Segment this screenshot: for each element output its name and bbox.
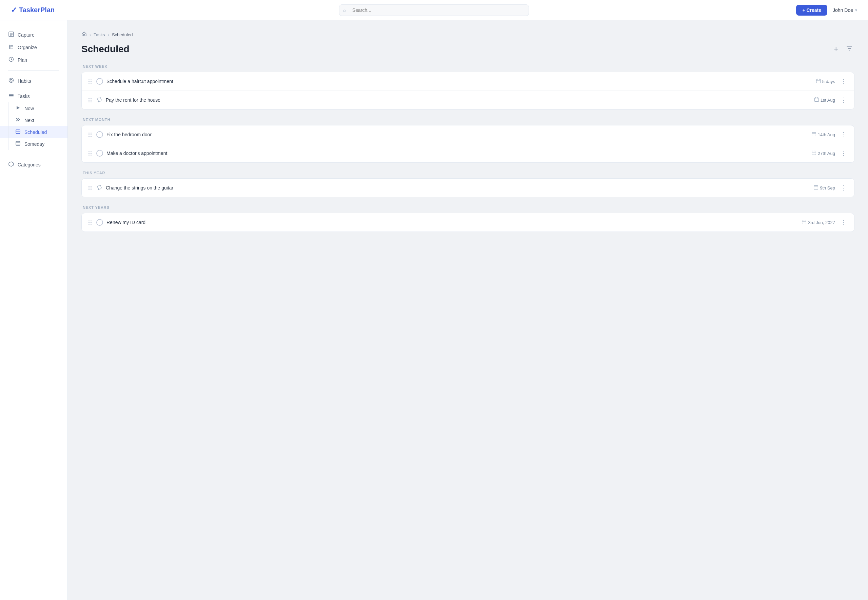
task-date: 9th Sep — [814, 185, 835, 191]
task-date-text: 14th Aug — [818, 132, 835, 137]
categories-icon — [8, 161, 14, 168]
add-button[interactable]: + — [832, 43, 840, 55]
section-label-this-year: THIS YEAR — [81, 171, 854, 175]
tasks-icon — [8, 93, 14, 99]
svg-rect-21 — [16, 141, 20, 145]
task-checkbox[interactable] — [96, 78, 103, 85]
user-name: John Doe — [833, 8, 853, 13]
calendar-icon — [814, 185, 818, 191]
logo-check-icon: ✓ — [11, 6, 17, 15]
task-more-button[interactable]: ⋮ — [839, 218, 849, 227]
drag-handle[interactable] — [87, 79, 93, 85]
task-date-text: 1st Aug — [821, 98, 835, 103]
calendar-icon — [816, 79, 821, 84]
drag-handle[interactable] — [87, 220, 93, 226]
scheduled-icon — [15, 129, 21, 135]
task-more-button[interactable]: ⋮ — [839, 183, 849, 192]
table-row: Make a doctor's appointment 27th Aug ⋮ — [82, 144, 854, 162]
repeat-icon — [96, 97, 102, 104]
someday-icon — [15, 141, 21, 147]
sidebar-item-next[interactable]: Next — [0, 114, 67, 126]
svg-rect-15 — [9, 97, 14, 97]
svg-point-5 — [9, 47, 11, 47]
sidebar-item-now[interactable]: Now — [0, 102, 67, 114]
sidebar-item-label: Capture — [18, 32, 35, 38]
task-date-text: 5 days — [822, 79, 835, 84]
sidebar-item-label: Habits — [18, 78, 31, 84]
search-icon: ⌕ — [343, 8, 346, 13]
sidebar-item-categories[interactable]: Categories — [0, 158, 67, 171]
task-name: Fix the bedroom door — [106, 132, 808, 137]
svg-rect-41 — [814, 186, 818, 189]
capture-icon — [8, 32, 14, 38]
task-name: Change the strings on the guitar — [106, 185, 810, 191]
svg-rect-29 — [814, 98, 818, 102]
task-date: 1st Aug — [814, 97, 835, 103]
sidebar-item-tasks[interactable]: Tasks — [0, 90, 67, 102]
page-title: Scheduled — [81, 44, 130, 55]
task-checkbox[interactable] — [96, 150, 103, 157]
sidebar-section-habits: Habits — [0, 74, 67, 87]
sidebar-item-organize[interactable]: Organize — [0, 41, 67, 53]
section-label-next-years: NEXT YEARS — [81, 205, 854, 209]
svg-rect-17 — [16, 130, 20, 133]
sidebar-item-label: Now — [24, 106, 34, 111]
task-more-button[interactable]: ⋮ — [839, 95, 849, 105]
task-more-button[interactable]: ⋮ — [839, 77, 849, 86]
logo[interactable]: ✓ TaskerPlan — [11, 6, 72, 15]
drag-handle[interactable] — [87, 185, 93, 191]
task-date-text: 3rd Jun, 2027 — [808, 220, 835, 225]
svg-point-4 — [9, 45, 11, 46]
svg-point-11 — [9, 78, 14, 83]
calendar-icon — [802, 220, 806, 225]
drag-handle[interactable] — [87, 150, 93, 156]
sidebar-section-tasks: Tasks Now Next — [0, 90, 67, 150]
svg-marker-16 — [17, 106, 20, 109]
sidebar-item-habits[interactable]: Habits — [0, 74, 67, 87]
task-more-button[interactable]: ⋮ — [839, 130, 849, 139]
section-label-next-week: NEXT WEEK — [81, 64, 854, 68]
task-checkbox[interactable] — [96, 219, 103, 226]
sidebar-item-plan[interactable]: Plan — [0, 53, 67, 66]
sidebar-section-categories: Categories — [0, 158, 67, 171]
now-icon — [15, 105, 21, 111]
breadcrumb-tasks[interactable]: Tasks — [94, 32, 105, 37]
header-right: + Create John Doe ▾ — [796, 5, 857, 15]
search-input[interactable] — [339, 5, 529, 16]
section-next-week: NEXT WEEK Schedule a haircut appointment… — [81, 64, 854, 109]
task-checkbox[interactable] — [96, 131, 103, 138]
table-row: Schedule a haircut appointment 5 days ⋮ — [82, 72, 854, 91]
sidebar-item-label: Tasks — [18, 94, 30, 99]
sidebar-item-label: Next — [24, 118, 34, 123]
sidebar-item-scheduled[interactable]: Scheduled — [0, 126, 67, 138]
task-card-next-week: Schedule a haircut appointment 5 days ⋮ … — [81, 72, 854, 109]
sections-container: NEXT WEEK Schedule a haircut appointment… — [81, 64, 854, 232]
sidebar-item-label: Organize — [18, 45, 37, 50]
sidebar-divider-2 — [8, 154, 59, 154]
sidebar-item-someday[interactable]: Someday — [0, 138, 67, 150]
page-header: Scheduled + — [81, 43, 854, 55]
drag-handle[interactable] — [87, 132, 93, 138]
next-icon — [15, 117, 21, 123]
task-name: Renew my ID card — [106, 220, 798, 225]
sidebar-item-label: Categories — [18, 162, 41, 167]
filter-button[interactable] — [844, 44, 854, 55]
breadcrumb-sep-2: › — [108, 32, 109, 37]
page-actions: + — [832, 43, 854, 55]
section-label-next-month: NEXT MONTH — [81, 118, 854, 122]
sidebar-item-capture[interactable]: Capture — [0, 29, 67, 41]
sidebar-item-label: Plan — [18, 57, 27, 63]
task-card-this-year: Change the strings on the guitar 9th Sep… — [81, 178, 854, 197]
drag-handle[interactable] — [87, 97, 93, 103]
svg-rect-13 — [9, 94, 14, 95]
svg-marker-24 — [9, 162, 14, 167]
user-menu[interactable]: John Doe ▾ — [833, 8, 857, 13]
task-date-text: 9th Sep — [820, 185, 835, 191]
home-icon[interactable] — [81, 31, 87, 38]
create-button[interactable]: + Create — [796, 5, 827, 15]
plan-icon — [8, 57, 14, 63]
header: ✓ TaskerPlan ⌕ + Create John Doe ▾ — [0, 0, 868, 20]
sidebar-section-main: Capture Organize Plan — [0, 29, 67, 66]
task-name: Pay the rent for the house — [106, 97, 811, 103]
task-more-button[interactable]: ⋮ — [839, 149, 849, 158]
